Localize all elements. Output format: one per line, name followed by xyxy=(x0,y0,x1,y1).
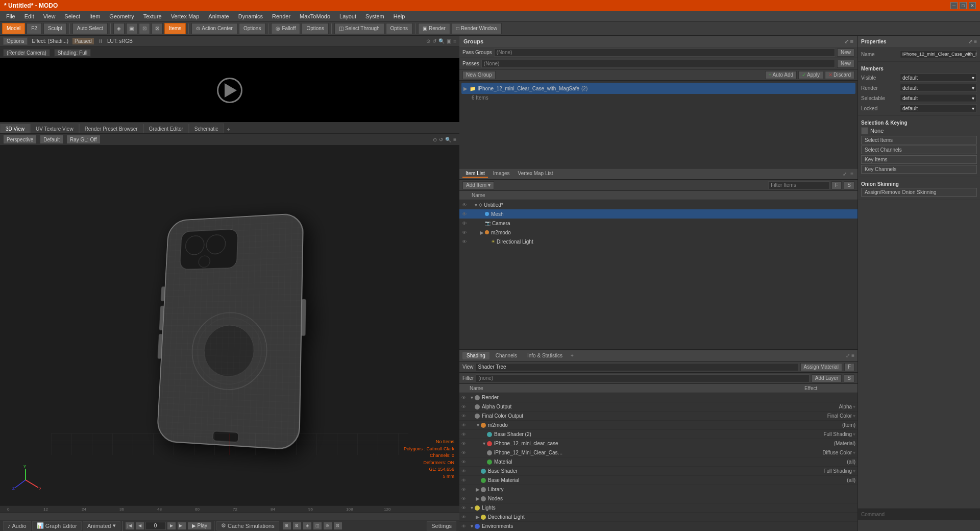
menu-animate[interactable]: Animate xyxy=(204,13,233,20)
expand-lights[interactable]: ▾ xyxy=(469,505,475,511)
selectable-dropdown[interactable]: default ▾ xyxy=(900,94,977,102)
transport-icon-1[interactable]: ⊞ xyxy=(282,522,291,530)
mode-f2-button[interactable]: F2 xyxy=(27,23,42,34)
options-1-button[interactable]: Options xyxy=(239,23,265,34)
group-item-selected[interactable]: ▶ 📁 iPhone_12_mini_Clear_Case_with_MagSa… xyxy=(461,83,855,94)
tab-vertex-map-list[interactable]: Vertex Map List xyxy=(515,170,556,178)
menu-maxtomodo[interactable]: MaxToModo xyxy=(296,13,334,20)
tree-item-mesh[interactable]: 👁 Mesh xyxy=(459,209,857,219)
preview-pause-icon[interactable]: ⏸ xyxy=(98,38,103,44)
locked-dropdown[interactable]: default ▾ xyxy=(900,104,977,112)
options-3-button[interactable]: Options xyxy=(386,23,412,34)
expand-icon-untitled[interactable]: ▾ xyxy=(473,202,479,208)
discard-button[interactable]: ✕ Discard xyxy=(825,71,854,79)
menu-geometry[interactable]: Geometry xyxy=(105,13,138,20)
add-layer-button[interactable]: Add Layer xyxy=(812,374,842,382)
action-center-button[interactable]: ⊙ Action Center xyxy=(191,23,237,34)
tab-item-list[interactable]: Item List xyxy=(462,170,488,178)
expand-m2modo-s[interactable]: ▾ xyxy=(475,422,481,428)
shader-iphone-case[interactable]: 👁 ▾ iPhone_12_mini_clear_case (Material) xyxy=(459,439,857,448)
shader-m2modo[interactable]: 👁 ▾ m2modo (Item) xyxy=(459,421,857,430)
expand-nodes[interactable]: ▶ xyxy=(475,496,481,501)
ray-gl-button[interactable]: Ray GL: Off xyxy=(66,135,101,144)
close-button[interactable]: ✕ xyxy=(969,2,976,9)
filter-icon-btn[interactable]: F xyxy=(831,181,842,189)
key-channels-button[interactable]: Key Channels xyxy=(861,165,977,174)
play-button[interactable]: ▶ Play xyxy=(187,522,212,530)
name-value[interactable]: iPhone_12_mini_Clear_Case_with_M xyxy=(900,50,977,58)
shader-base-shader-2[interactable]: 👁 Base Shader Full Shading ▾ xyxy=(459,467,857,476)
menu-dynamics[interactable]: Dynamics xyxy=(234,13,267,20)
preview-icon-5[interactable]: ≡ xyxy=(453,38,456,44)
props-expand-icon[interactable]: ⤢ xyxy=(968,39,972,44)
shader-directional-light[interactable]: 👁 ▶ Directional Light xyxy=(459,513,857,522)
expand-envs[interactable]: ▾ xyxy=(469,523,475,529)
menu-help[interactable]: Help xyxy=(389,13,409,20)
auto-add-button[interactable]: + Auto Add xyxy=(765,71,797,79)
audio-tab[interactable]: ♪ Audio xyxy=(3,521,31,530)
shader-base-material[interactable]: 👁 Base Material (all) xyxy=(459,476,857,485)
tab-images[interactable]: Images xyxy=(490,170,513,178)
apply-button[interactable]: ✓ Apply xyxy=(798,71,823,79)
tree-item-camera[interactable]: 👁 📷 Camera xyxy=(459,219,857,228)
settings-tab[interactable]: Settings xyxy=(427,521,456,530)
preview-icon-4[interactable]: ▣ xyxy=(447,38,451,44)
options-2-button[interactable]: Options xyxy=(302,23,328,34)
mode-model-button[interactable]: Model xyxy=(2,23,25,34)
expand-render[interactable]: ▾ xyxy=(469,395,475,400)
go-end-button[interactable]: ▶| xyxy=(177,522,186,530)
animated-tab[interactable]: Animated ▾ xyxy=(83,521,120,530)
add-shading-tab-icon[interactable]: + xyxy=(571,353,574,358)
graph-editor-tab[interactable]: 📊 Graph Editor xyxy=(32,521,82,530)
new-pass-button[interactable]: New xyxy=(837,60,854,68)
expand-dlight-s[interactable]: ▶ xyxy=(475,514,481,520)
select-items-button[interactable]: Select Items xyxy=(861,136,977,144)
select-channels-button[interactable]: Select Channels xyxy=(861,146,977,154)
tab-gradient-editor[interactable]: Gradient Editor xyxy=(143,124,189,133)
props-settings-icon[interactable]: ≡ xyxy=(974,39,977,44)
shader-base-shader-1[interactable]: 👁 Base Shader (2) Full Shading ▾ xyxy=(459,430,857,439)
vp-icon-4[interactable]: ≡ xyxy=(453,137,456,142)
render-window-button[interactable]: □ Render Window xyxy=(452,23,502,34)
mode-sculpt-button[interactable]: Sculpt xyxy=(43,23,67,34)
model-canvas[interactable]: X Z Y No Items Polygons : Catmull-Clark … xyxy=(0,145,459,505)
step-back-button[interactable]: ◀ xyxy=(135,522,144,530)
key-items-button[interactable]: Key Items xyxy=(861,155,977,164)
tab-3d-view[interactable]: 3D View xyxy=(0,124,30,133)
new-group-button[interactable]: New Group xyxy=(462,71,496,79)
shader-iphone-texture[interactable]: 👁 iPhone_12_Mini_Clear_Case_Diffu... Dif… xyxy=(459,448,857,457)
menu-item[interactable]: Item xyxy=(85,13,104,20)
preview-icon-2[interactable]: ↺ xyxy=(432,38,436,44)
vp-icon-1[interactable]: ⊙ xyxy=(433,137,437,142)
transport-icon-4[interactable]: ◫ xyxy=(313,522,322,530)
visible-dropdown[interactable]: default ▾ xyxy=(900,74,977,82)
shader-lights[interactable]: 👁 ▾ Lights xyxy=(459,503,857,513)
menu-view[interactable]: View xyxy=(39,13,60,20)
menu-render[interactable]: Render xyxy=(268,13,295,20)
tree-item-untitled[interactable]: 👁 ▾ ◇ Untitled* xyxy=(459,200,857,209)
render-dropdown[interactable]: default ▾ xyxy=(900,84,977,92)
preview-play-button[interactable] xyxy=(217,78,242,103)
perspective-button[interactable]: Perspective xyxy=(3,135,37,144)
auto-select-button[interactable]: Auto Select xyxy=(72,23,108,34)
shader-render[interactable]: 👁 ▾ Render xyxy=(459,393,857,402)
shader-alpha-output[interactable]: 👁 Alpha Output Alpha ▾ xyxy=(459,402,857,412)
shader-final-color[interactable]: 👁 Final Color Output Final Color ▾ xyxy=(459,412,857,421)
step-forward-button[interactable]: ▶ xyxy=(167,522,176,530)
frame-input[interactable]: 0 xyxy=(145,522,166,530)
shader-library[interactable]: 👁 ▶ Library xyxy=(459,485,857,494)
filter-items-input[interactable]: Filter Items xyxy=(768,181,829,189)
menu-select[interactable]: Select xyxy=(60,13,84,20)
vp-icon-3[interactable]: 🔍 xyxy=(445,137,451,142)
settings-panel-icon[interactable]: ≡ xyxy=(849,171,854,177)
shader-nodes[interactable]: 👁 ▶ Nodes xyxy=(459,494,857,503)
assign-material-button[interactable]: Assign Material xyxy=(800,363,842,371)
settings-icon[interactable]: ≡ xyxy=(850,38,853,45)
menu-system[interactable]: System xyxy=(361,13,388,20)
menu-texture[interactable]: Texture xyxy=(139,13,166,20)
menu-layout[interactable]: Layout xyxy=(335,13,360,20)
menu-edit[interactable]: Edit xyxy=(20,13,38,20)
render-button[interactable]: ▣ Render xyxy=(418,23,450,34)
maximize-button[interactable]: □ xyxy=(960,2,967,9)
tab-shading[interactable]: Shading xyxy=(462,352,489,359)
